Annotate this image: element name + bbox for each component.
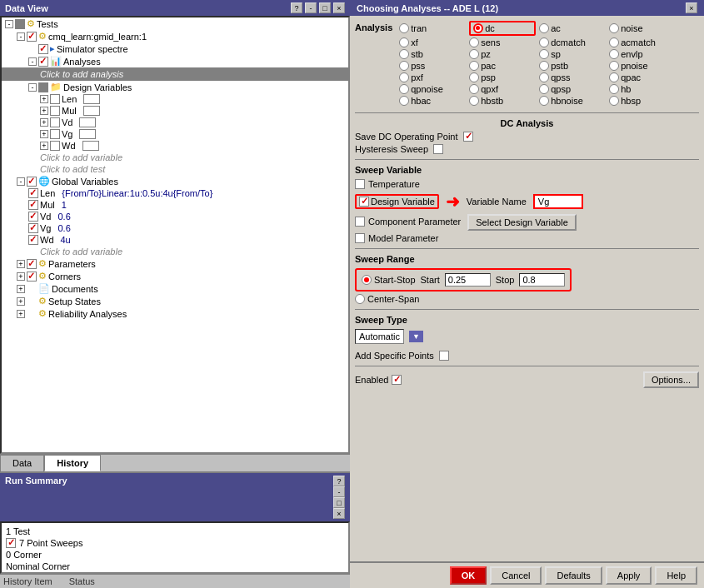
tab-history[interactable]: History bbox=[44, 455, 101, 471]
analysis-hbstb[interactable]: hbstb bbox=[469, 96, 536, 106]
analysis-psp[interactable]: psp bbox=[469, 72, 536, 82]
analysis-dcmatch[interactable]: dcmatch bbox=[539, 37, 606, 47]
dv-mul[interactable]: + Mul bbox=[2, 105, 348, 117]
hysteresis-checkbox[interactable] bbox=[433, 144, 443, 154]
radio-noise[interactable] bbox=[609, 23, 619, 33]
expand-tests[interactable]: - bbox=[5, 20, 13, 28]
gv-vd[interactable]: Vd 0.6 bbox=[2, 211, 348, 222]
radio-pstb[interactable] bbox=[539, 61, 549, 71]
gv-len-cb[interactable] bbox=[28, 188, 38, 198]
analysis-pz[interactable]: pz bbox=[469, 49, 536, 59]
click-add-test[interactable]: Click to add test bbox=[2, 163, 348, 175]
tree-analyses[interactable]: - 📊 Analyses bbox=[2, 55, 348, 67]
expand-analyses[interactable]: - bbox=[28, 57, 37, 66]
defaults-btn[interactable]: Defaults bbox=[545, 566, 602, 585]
dropdown-arrow-icon[interactable]: ▼ bbox=[409, 331, 423, 342]
tree-global-variables[interactable]: - 🌐 Global Variables bbox=[2, 175, 348, 187]
radio-pnoise[interactable] bbox=[609, 61, 619, 71]
analysis-hbsp[interactable]: hbsp bbox=[609, 96, 676, 106]
gv-wd-cb[interactable] bbox=[28, 235, 38, 245]
apply-btn[interactable]: Apply bbox=[606, 566, 652, 585]
dialog-close-btn[interactable]: × bbox=[686, 2, 697, 13]
rs-close-btn[interactable]: × bbox=[333, 508, 345, 519]
dv-wd-cb[interactable] bbox=[50, 141, 60, 151]
dv-len-cb[interactable] bbox=[50, 94, 60, 104]
dv-mul-cb[interactable] bbox=[50, 106, 60, 116]
add-specific-cb[interactable] bbox=[439, 351, 449, 361]
gv-len[interactable]: Len {From/To}Linear:1u:0.5u:4u{From/To} bbox=[2, 187, 348, 199]
minimize-button[interactable]: - bbox=[305, 2, 317, 13]
tree-reliability[interactable]: + ⚙ Reliability Analyses bbox=[2, 307, 348, 320]
radio-center-span[interactable] bbox=[355, 294, 365, 304]
radio-qpac[interactable] bbox=[609, 72, 619, 82]
gv-vg-cb[interactable] bbox=[28, 223, 38, 233]
tree-parameters[interactable]: + ⚙ Parameters bbox=[2, 257, 348, 270]
rs-max-btn[interactable]: □ bbox=[333, 497, 345, 508]
radio-hbsp[interactable] bbox=[609, 96, 619, 106]
expand-cmq[interactable]: - bbox=[17, 32, 25, 41]
dv-vd-cb[interactable] bbox=[50, 117, 60, 127]
analysis-pnoise[interactable]: pnoise bbox=[609, 61, 676, 71]
analysis-sp[interactable]: sp bbox=[539, 49, 606, 59]
radio-hbac[interactable] bbox=[399, 96, 409, 106]
analysis-pac[interactable]: pac bbox=[469, 61, 536, 71]
sweep-type-dropdown[interactable]: Automatic bbox=[355, 329, 404, 344]
dv-len[interactable]: + Len bbox=[2, 93, 348, 105]
analysis-stb[interactable]: stb bbox=[399, 49, 466, 59]
dvars-checkbox[interactable] bbox=[38, 82, 48, 92]
radio-pz[interactable] bbox=[469, 49, 479, 59]
analysis-pss[interactable]: pss bbox=[399, 61, 466, 71]
comp-param-cb[interactable] bbox=[355, 217, 365, 227]
temperature-cb[interactable] bbox=[355, 179, 365, 189]
radio-hbnoise[interactable] bbox=[539, 96, 549, 106]
model-param-cb[interactable] bbox=[355, 233, 365, 243]
help-button[interactable]: ? bbox=[291, 2, 302, 13]
analysis-qpnoise[interactable]: qpnoise bbox=[399, 84, 466, 94]
stop-input[interactable] bbox=[519, 273, 565, 287]
enabled-cb[interactable] bbox=[392, 375, 402, 385]
rs-min-btn[interactable]: - bbox=[333, 486, 345, 497]
corners-checkbox[interactable] bbox=[27, 272, 37, 282]
analyses-checkbox[interactable] bbox=[38, 57, 48, 67]
tree-tests[interactable]: - ⚙ Tests bbox=[2, 17, 348, 30]
radio-start-stop[interactable] bbox=[362, 275, 372, 285]
radio-sens[interactable] bbox=[469, 37, 479, 47]
radio-pxf[interactable] bbox=[399, 72, 409, 82]
tree-simulator[interactable]: ▸ Simulator spectre bbox=[2, 42, 348, 55]
tree-corners[interactable]: + ⚙ Corners bbox=[2, 270, 348, 282]
expand-corners[interactable]: + bbox=[17, 272, 25, 281]
radio-xf[interactable] bbox=[399, 37, 409, 47]
variable-name-input[interactable]: Vg bbox=[533, 194, 583, 209]
gv-mul[interactable]: Mul 1 bbox=[2, 199, 348, 211]
dv-wd[interactable]: + Wd bbox=[2, 140, 348, 152]
radio-hb[interactable] bbox=[609, 84, 619, 94]
tab-data[interactable]: Data bbox=[0, 455, 44, 471]
tree-documents[interactable]: + 📄 Documents bbox=[2, 282, 348, 295]
radio-qpsp[interactable] bbox=[539, 84, 549, 94]
close-button[interactable]: × bbox=[333, 2, 345, 13]
radio-qpnoise[interactable] bbox=[399, 84, 409, 94]
radio-dc[interactable] bbox=[473, 23, 483, 33]
rs-help-btn[interactable]: ? bbox=[333, 476, 345, 486]
radio-hbstb[interactable] bbox=[469, 96, 479, 106]
expand-vd[interactable]: + bbox=[40, 118, 48, 127]
dv-vg[interactable]: + Vg bbox=[2, 128, 348, 140]
params-checkbox[interactable] bbox=[27, 259, 37, 269]
analysis-envlp[interactable]: envlp bbox=[609, 49, 676, 59]
maximize-button[interactable]: □ bbox=[319, 2, 331, 13]
model-parameter-option[interactable]: Model Parameter bbox=[355, 233, 699, 243]
expand-params[interactable]: + bbox=[17, 260, 25, 268]
start-input[interactable] bbox=[445, 273, 491, 287]
analysis-xf[interactable]: xf bbox=[399, 37, 466, 47]
radio-dcmatch[interactable] bbox=[539, 37, 549, 47]
options-btn[interactable]: Options... bbox=[643, 371, 699, 388]
expand-docs[interactable]: + bbox=[17, 285, 25, 293]
radio-pss[interactable] bbox=[399, 61, 409, 71]
analysis-qpxf[interactable]: qpxf bbox=[469, 84, 536, 94]
expand-dvars[interactable]: - bbox=[28, 83, 37, 92]
analysis-qpac[interactable]: qpac bbox=[609, 72, 676, 82]
tree-design-variables[interactable]: - 📁 Design Variables bbox=[2, 81, 348, 93]
gv-wd[interactable]: Wd 4u bbox=[2, 234, 348, 246]
analysis-pstb[interactable]: pstb bbox=[539, 61, 606, 71]
analysis-tran[interactable]: tran bbox=[399, 23, 466, 33]
